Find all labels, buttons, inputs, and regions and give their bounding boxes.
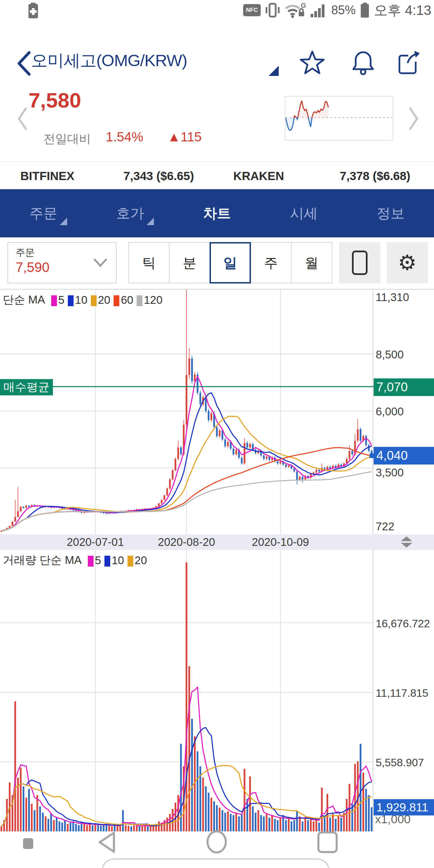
interval-tick[interactable]: 틱 bbox=[128, 242, 170, 283]
price-axis-label: 6,000 bbox=[376, 405, 404, 418]
next-symbol-icon[interactable] bbox=[409, 107, 419, 130]
volume-ma-legend: 거래량 단순 MA51020 bbox=[3, 553, 147, 568]
tab-orderbook[interactable]: 호가 bbox=[87, 189, 174, 237]
gear-icon: ⚙ bbox=[398, 252, 417, 273]
interval-day[interactable]: 일 bbox=[210, 242, 251, 283]
order-price: 7,590 bbox=[16, 260, 50, 275]
title-dropdown-triangle-icon[interactable] bbox=[269, 66, 279, 76]
ma-period-label: 120 bbox=[144, 294, 162, 306]
nav-home-icon[interactable] bbox=[205, 830, 229, 854]
ma-period-label: 20 bbox=[98, 294, 111, 306]
screenshot-icon[interactable] bbox=[23, 838, 33, 849]
status-bar: NFC G 85% bbox=[0, 0, 434, 20]
volume-chart[interactable] bbox=[0, 550, 434, 831]
portrait-icon bbox=[352, 251, 368, 275]
page-title[interactable]: 오미세고(OMG/KRW) bbox=[31, 50, 187, 72]
current-price: 7,580 bbox=[28, 88, 81, 112]
price-axis-label: 8,500 bbox=[376, 348, 404, 361]
ma-period-label: 10 bbox=[75, 294, 87, 306]
star-icon[interactable] bbox=[299, 50, 326, 76]
exchange-price: 7,378 ($6.68) bbox=[340, 162, 410, 190]
interval-week[interactable]: 주 bbox=[250, 242, 292, 283]
volume-axis-label: 16,676.722 bbox=[376, 617, 430, 630]
tab-info[interactable]: 정보 bbox=[347, 189, 434, 237]
avg-buy-badge: 매수평균 bbox=[0, 379, 53, 395]
tab-quotes[interactable]: 시세 bbox=[260, 189, 347, 237]
nav-back-icon[interactable] bbox=[96, 831, 117, 854]
volume-axis-label: 11,117.815 bbox=[376, 687, 428, 699]
clock: 오후 4:13 bbox=[374, 1, 431, 20]
price-axis-label: 11,310 bbox=[376, 291, 409, 304]
battery-percent: 85% bbox=[331, 3, 356, 17]
date-axis-label: 2020-08-20 bbox=[158, 536, 215, 549]
vibrate-icon bbox=[265, 2, 280, 18]
ma-swatch-icon bbox=[137, 295, 142, 306]
chevron-down-icon bbox=[93, 258, 108, 268]
up-arrow-icon: ▲ bbox=[167, 130, 181, 144]
ma-period-label: 5 bbox=[58, 294, 64, 306]
x-axis-strip[interactable]: 2020-07-012020-08-202020-10-09 bbox=[0, 534, 434, 550]
prev-symbol-icon[interactable] bbox=[17, 107, 27, 130]
wifi-g-lock-icon: G bbox=[284, 2, 306, 18]
price-axis-label: 722 bbox=[376, 520, 394, 533]
share-icon[interactable] bbox=[396, 50, 422, 76]
signal-icon bbox=[311, 2, 327, 18]
bell-icon[interactable] bbox=[350, 50, 376, 76]
last-volume-badge: 1,929.811 bbox=[374, 799, 434, 815]
change-amount: ▲115 bbox=[167, 130, 202, 144]
ma-swatch-icon bbox=[91, 295, 97, 306]
axis-expand-icon[interactable] bbox=[401, 536, 412, 548]
ma-period-label: 5 bbox=[95, 554, 101, 567]
volume-axis-label: 5,558.907 bbox=[376, 756, 424, 769]
order-label: 주문 bbox=[16, 246, 35, 259]
chart-top-border bbox=[0, 289, 434, 290]
exchange-name: KRAKEN bbox=[233, 162, 284, 190]
ma-period-label: 10 bbox=[112, 554, 124, 567]
ma-swatch-icon bbox=[51, 295, 57, 306]
sparkline-chart bbox=[285, 97, 393, 140]
ma-period-label: 20 bbox=[135, 554, 147, 567]
bottom-sheet-handle[interactable] bbox=[102, 859, 330, 868]
main-tab-bar: 주문 호가 차트 시세 정보 bbox=[0, 189, 434, 237]
change-percent: 1.54% bbox=[106, 130, 143, 144]
ma-swatch-icon bbox=[114, 295, 119, 306]
app-screen: NFC G 85% bbox=[0, 0, 434, 868]
battery-icon bbox=[360, 2, 370, 18]
ma-swatch-icon bbox=[104, 556, 110, 567]
ma-swatch-icon bbox=[88, 556, 94, 567]
tab-triangle-icon bbox=[146, 218, 154, 225]
date-axis-label: 2020-10-09 bbox=[252, 536, 309, 549]
change-label: 전일대비 bbox=[43, 131, 91, 147]
tab-chart[interactable]: 차트 bbox=[174, 189, 260, 237]
price-ma-legend: 단순 MA5102060120 bbox=[3, 292, 162, 308]
exchange-row: BITFINEX 7,343 ($6.65) KRAKEN 7,378 ($6.… bbox=[0, 161, 434, 190]
interval-month[interactable]: 월 bbox=[291, 242, 332, 283]
mini-chart bbox=[285, 96, 393, 141]
interval-min[interactable]: 분 bbox=[169, 242, 210, 283]
nfc-icon: NFC bbox=[243, 4, 261, 16]
battery-charging-icon bbox=[28, 3, 39, 18]
order-price-dropdown[interactable]: 주문 7,590 bbox=[7, 242, 117, 283]
ma-swatch-icon bbox=[68, 295, 74, 306]
last-price-badge: 4,040 bbox=[374, 447, 434, 465]
exchange-name: BITFINEX bbox=[20, 162, 74, 190]
date-axis-label: 2020-07-01 bbox=[67, 536, 124, 549]
nav-recents-icon[interactable] bbox=[317, 831, 338, 854]
avg-buy-price-badge: 7,070 bbox=[374, 378, 434, 396]
tab-order[interactable]: 주문 bbox=[0, 189, 87, 237]
exchange-price: 7,343 ($6.65) bbox=[123, 162, 194, 190]
fullscreen-button[interactable] bbox=[339, 242, 380, 283]
svg-text:G: G bbox=[301, 2, 306, 9]
ma-period-label: 60 bbox=[121, 294, 133, 306]
chart-settings-button[interactable]: ⚙ bbox=[387, 242, 428, 283]
tab-triangle-icon bbox=[60, 218, 67, 225]
price-axis-label: 3,500 bbox=[376, 466, 404, 479]
candlestick-chart[interactable] bbox=[0, 290, 434, 534]
ma-swatch-icon bbox=[127, 556, 133, 567]
back-icon[interactable] bbox=[16, 51, 31, 76]
